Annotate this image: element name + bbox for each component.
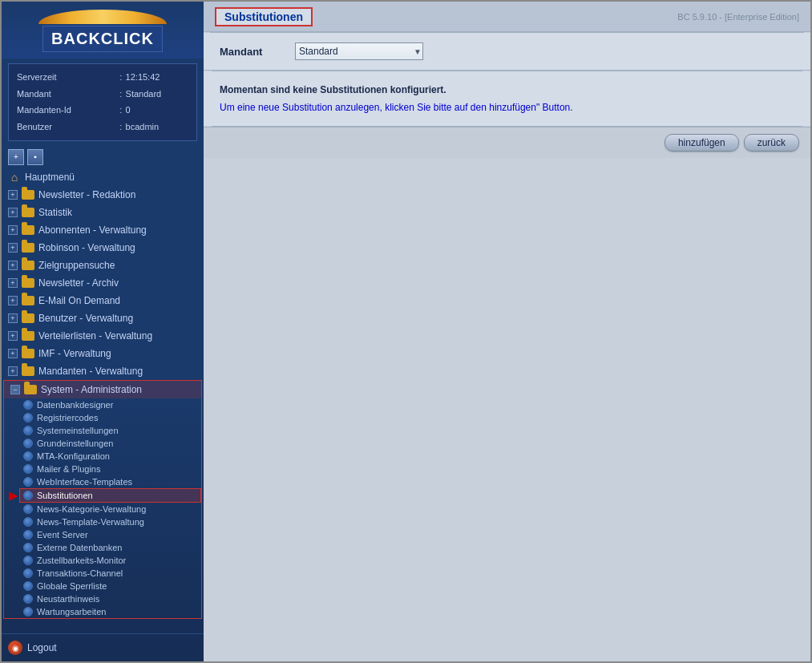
folder-icon [22, 365, 34, 378]
mandant-value: Standard [126, 87, 188, 102]
subitem-label: MTA-Konfiguration [37, 451, 110, 461]
bullet-icon [23, 464, 33, 474]
sidebar-subitem-systemeinstellungen[interactable]: Systemeinstellungen [20, 424, 201, 437]
sidebar-item-system-administration[interactable]: − System - Administration [4, 381, 201, 398]
subitem-label: News-Kategorie-Verwaltung [37, 504, 146, 514]
logo-area: BACKCLICK [2, 2, 204, 59]
sidebar-subitem-mta-konfiguration[interactable]: MTA-Konfiguration [20, 450, 201, 463]
serverzeit-colon: : [119, 70, 123, 85]
sidebar-item-mandanten-verwaltung[interactable]: + Mandanten - Verwaltung [2, 362, 204, 380]
sidebar-item-newsletter-redaktion[interactable]: + Newsletter - Redaktion [2, 186, 204, 204]
bullet-icon [23, 543, 33, 552]
back-button[interactable]: zurück [744, 134, 799, 152]
bullet-icon [23, 504, 33, 514]
bullet-icon [23, 413, 33, 422]
sidebar-subitem-registriercodes[interactable]: Registriercodes [20, 411, 201, 424]
sidebar-item-label: E-Mail On Demand [38, 295, 120, 306]
sidebar-item-label: Verteilerlisten - Verwaltung [38, 330, 152, 342]
add-button[interactable]: hinzufügen [665, 134, 739, 152]
folder-icon [22, 277, 34, 289]
collapse-icon[interactable]: ▪ [27, 149, 43, 165]
sidebar-item-abonnenten-verwaltung[interactable]: + Abonnenten - Verwaltung [2, 221, 204, 239]
message-panel: Momentan sind keine Substitutionen konfi… [204, 71, 810, 126]
sidebar-subitem-mailer-plugins[interactable]: Mailer & Plugins [20, 463, 201, 475]
sidebar-subitem-externe-datenbanken[interactable]: Externe Datenbanken [20, 541, 201, 554]
message-prefix: Um eine neue Substitution anzulegen, kli… [220, 102, 489, 113]
expand-icon: + [8, 349, 18, 358]
sidebar-item-zielgruppensuche[interactable]: + Zielgruppensuche [2, 257, 204, 274]
bullet-icon [23, 491, 33, 500]
mandant-label: Mandant [220, 46, 284, 58]
subitem-label: Zustellbarkeits-Monitor [37, 556, 126, 565]
sidebar-subitem-transaktions-channel[interactable]: Transaktions-Channel [20, 567, 201, 580]
subitem-label: Event Server [37, 530, 88, 540]
folder-icon [22, 347, 34, 360]
bullet-icon [23, 568, 33, 578]
expand-icon: + [8, 313, 18, 323]
expand-icon: + [8, 261, 18, 270]
logout-label: Logout [27, 642, 57, 653]
folder-icon [22, 312, 34, 325]
sidebar: BACKCLICK Serverzeit : 12:15:42 Mandant … [2, 2, 204, 661]
logo-text: BACKCLICK [51, 30, 154, 47]
subitem-label: Mailer & Plugins [37, 464, 100, 474]
page-title: Substitutionen [215, 7, 313, 26]
sidebar-subitem-neustarthinweis[interactable]: Neustarthinweis [20, 592, 201, 605]
subitem-label: News-Template-Verwaltung [37, 517, 144, 527]
expand-icon: + [8, 243, 18, 253]
expand-icon: + [8, 296, 18, 305]
sidebar-subitem-news-template-verwaltung[interactable]: News-Template-Verwaltung [20, 515, 201, 528]
bullet-icon [23, 607, 33, 617]
sidebar-subitem-grundeinstellungen[interactable]: Grundeinstellungen [20, 437, 201, 450]
sidebar-subitem-substitutionen[interactable]: Substitutionen [19, 488, 201, 503]
subitem-label: Globale Sperrliste [37, 581, 107, 591]
folder-icon [22, 206, 34, 219]
folder-icon [22, 294, 34, 307]
mandant-row: Mandant Standard ▼ [204, 33, 810, 70]
mandanten-id-colon: : [119, 103, 123, 118]
sidebar-item-benutzer-verwaltung[interactable]: + Benutzer - Verwaltung [2, 309, 204, 327]
sidebar-subitem-event-server[interactable]: Event Server [20, 528, 201, 541]
sidebar-item-label: Mandanten - Verwaltung [38, 366, 143, 377]
form-panel: Mandant Standard ▼ [204, 33, 810, 71]
sidebar-item-hauptmenu[interactable]: ⌂ Hauptmenü [2, 168, 204, 186]
sidebar-item-email-on-demand[interactable]: + E-Mail On Demand [2, 292, 204, 309]
sidebar-item-statistik[interactable]: + Statistik [2, 204, 204, 221]
bullet-icon [23, 400, 33, 410]
sidebar-subitem-news-kategorie-verwaltung[interactable]: News-Kategorie-Verwaltung [20, 503, 201, 515]
mandant-colon: : [119, 87, 123, 102]
sidebar-subitem-globale-sperrliste[interactable]: Globale Sperrliste [20, 580, 201, 592]
sidebar-item-label: IMF - Verwaltung [38, 348, 111, 359]
content-header: Substitutionen BC 5.9.10 - [Enterprise E… [204, 2, 810, 32]
home-icon: ⌂ [8, 171, 21, 184]
sidebar-subitem-wartungsarbeiten[interactable]: Wartungsarbeiten [20, 605, 201, 618]
subitem-label: Systemeinstellungen [37, 426, 119, 435]
expand-icon: + [8, 278, 18, 288]
mandant-select-wrapper: Standard ▼ [295, 42, 423, 60]
subitem-label: WebInterface-Templates [37, 477, 132, 487]
serverzeit-label: Serverzeit [17, 70, 118, 85]
sidebar-subitem-zustellbarkeits-monitor[interactable]: Zustellbarkeits-Monitor [20, 554, 201, 567]
sidebar-subitem-datenbankdesigner[interactable]: Datenbankdesigner [20, 398, 201, 411]
subitem-label: Substitutionen [37, 491, 93, 500]
subitem-label: Neustarthinweis [37, 594, 99, 604]
logout-button[interactable]: ◉ Logout [2, 633, 204, 661]
collapse-icon: − [10, 385, 20, 394]
sidebar-item-imf-verwaltung[interactable]: + IMF - Verwaltung [2, 345, 204, 362]
expand-icon[interactable]: + [8, 149, 24, 165]
bullet-icon [23, 451, 33, 461]
folder-icon [22, 259, 34, 272]
mandant-select[interactable]: Standard [295, 42, 423, 60]
bullet-icon [23, 594, 33, 604]
sidebar-subitem-webinterface-templates[interactable]: WebInterface-Templates [20, 475, 201, 488]
sidebar-item-verteilerlisten-verwaltung[interactable]: + Verteilerlisten - Verwaltung [2, 327, 204, 345]
expand-icon: + [8, 190, 18, 200]
benutzer-label: Benutzer [17, 119, 118, 135]
benutzer-colon: : [119, 119, 123, 135]
folder-icon [22, 224, 34, 236]
sidebar-item-robinson-verwaltung[interactable]: + Robinson - Verwaltung [2, 239, 204, 257]
subitem-label: Externe Datenbanken [37, 543, 122, 552]
sidebar-item-newsletter-archiv[interactable]: + Newsletter - Archiv [2, 274, 204, 292]
folder-icon [22, 329, 34, 342]
content-filler [204, 158, 810, 661]
